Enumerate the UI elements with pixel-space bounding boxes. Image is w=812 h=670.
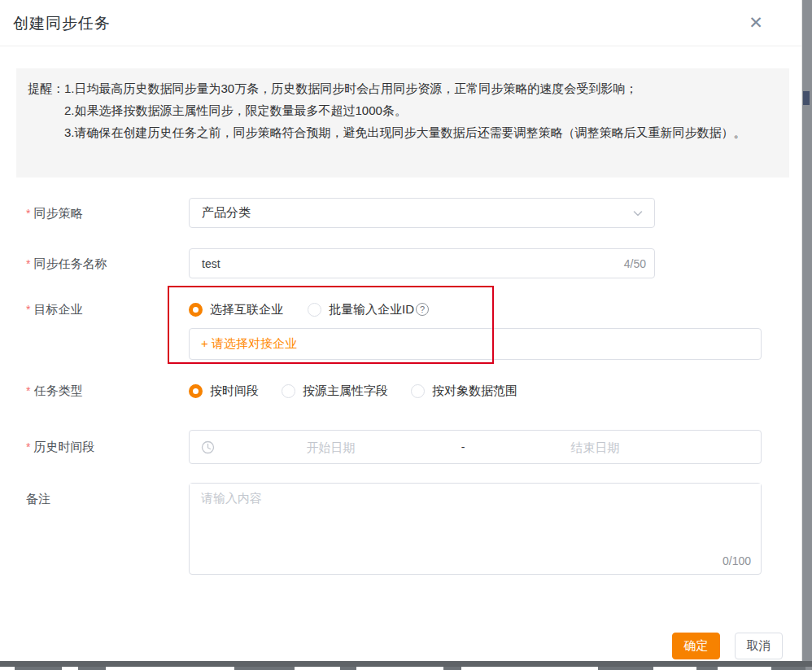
background-content-fragment <box>234 667 295 670</box>
remarks-textarea-wrap: 0/100 <box>189 483 762 575</box>
start-date-input[interactable] <box>215 440 447 454</box>
history-period-label: *历史时间段 <box>26 430 94 464</box>
chevron-down-icon <box>631 207 644 220</box>
help-icon[interactable]: ? <box>416 303 429 316</box>
required-asterisk: * <box>26 440 30 453</box>
field-history-period: *历史时间段 - <box>0 430 812 464</box>
radio-by-object-data-range[interactable] <box>411 384 425 398</box>
background-content-fragment <box>443 667 461 670</box>
sync-strategy-select[interactable]: 产品分类 <box>189 198 655 228</box>
end-date-input[interactable] <box>479 440 711 454</box>
notice-line-3: 3.请确保在创建历史任务之前，同步策略符合预期，避免出现同步大量数据后还需要调整… <box>64 121 775 143</box>
cancel-button[interactable]: 取消 <box>735 633 783 659</box>
background-content-fragment <box>598 667 653 670</box>
radio-select-linked-enterprise[interactable] <box>189 303 203 317</box>
required-asterisk: * <box>26 384 30 397</box>
date-range-separator: - <box>447 440 479 453</box>
field-task-name: *同步任务名称 4/50 <box>0 248 812 278</box>
required-asterisk: * <box>26 207 30 220</box>
dialog-title: 创建同步任务 <box>13 13 111 34</box>
background-content-fragment <box>15 667 62 670</box>
field-sync-strategy: *同步策略 产品分类 <box>0 198 812 228</box>
notice-box: 提醒： 1.日均最高历史数据同步量为30万条，历史数据同步时会占用同步资源，正常… <box>16 68 789 177</box>
clock-icon <box>201 440 215 454</box>
background-content-fragment <box>771 667 805 670</box>
background-content-fragment <box>78 667 106 670</box>
select-partner-enterprise-link[interactable]: + 请选择对接企业 <box>201 336 297 352</box>
task-type-label: *任务类型 <box>26 379 82 402</box>
task-name-input[interactable] <box>202 257 612 270</box>
confirm-button[interactable]: 确定 <box>672 633 720 659</box>
field-remarks: 备注 0/100 <box>0 483 812 575</box>
radio-by-source-primary-attribute-label[interactable]: 按源主属性字段 <box>303 383 388 399</box>
radio-batch-input-enterprise-id[interactable] <box>308 303 321 317</box>
target-enterprise-radios: 选择互联企业 批量输入企业ID ? <box>189 298 429 321</box>
close-icon[interactable]: ✕ <box>744 11 767 34</box>
remarks-label: 备注 <box>26 488 50 510</box>
radio-by-time-period[interactable] <box>189 384 203 398</box>
task-name-label: *同步任务名称 <box>26 248 107 279</box>
notice-label: 提醒： <box>28 77 64 167</box>
enterprise-picker-box: + 请选择对接企业 <box>189 328 762 360</box>
create-sync-task-dialog: 创建同步任务 ✕ 提醒： 1.日均最高历史数据同步量为30万条，历史数据同步时会… <box>0 0 812 670</box>
dialog-header: 创建同步任务 ✕ <box>0 0 801 46</box>
required-asterisk: * <box>26 303 30 316</box>
notice-line-2: 2.如果选择按数据源主属性同步，限定数量最多不超过1000条。 <box>64 99 775 121</box>
remarks-textarea[interactable] <box>190 484 761 552</box>
sync-strategy-label: *同步策略 <box>26 198 82 229</box>
notice-line-1: 1.日均最高历史数据同步量为30万条，历史数据同步时会占用同步资源，正常同步策略… <box>64 77 775 99</box>
field-task-type: *任务类型 按时间段 按源主属性字段 按对象数据范围 <box>0 379 812 402</box>
radio-batch-input-enterprise-id-label[interactable]: 批量输入企业ID <box>329 302 414 317</box>
task-name-input-wrap: 4/50 <box>189 248 655 278</box>
sync-strategy-selected-value: 产品分类 <box>202 205 631 221</box>
background-bottom-edge <box>0 661 812 667</box>
field-target-enterprise: *目标企业 选择互联企业 批量输入企业ID ? + 请选择对接企业 <box>0 298 812 363</box>
background-page-fragment <box>803 91 810 105</box>
radio-by-source-primary-attribute[interactable] <box>282 384 295 398</box>
date-range-picker[interactable]: - <box>189 430 762 464</box>
required-asterisk: * <box>26 257 30 270</box>
task-name-counter: 4/50 <box>624 257 646 270</box>
background-content-fragment <box>340 667 356 670</box>
radio-by-object-data-range-label[interactable]: 按对象数据范围 <box>432 383 517 399</box>
background-content-fragment <box>696 667 718 670</box>
radio-select-linked-enterprise-label[interactable]: 选择互联企业 <box>210 302 283 317</box>
radio-by-time-period-label[interactable]: 按时间段 <box>210 383 259 399</box>
remarks-counter: 0/100 <box>723 554 751 567</box>
task-type-radios: 按时间段 按源主属性字段 按对象数据范围 <box>189 379 517 402</box>
notice-lines: 1.日均最高历史数据同步量为30万条，历史数据同步时会占用同步资源，正常同步策略… <box>64 77 775 167</box>
target-enterprise-label: *目标企业 <box>26 298 82 321</box>
